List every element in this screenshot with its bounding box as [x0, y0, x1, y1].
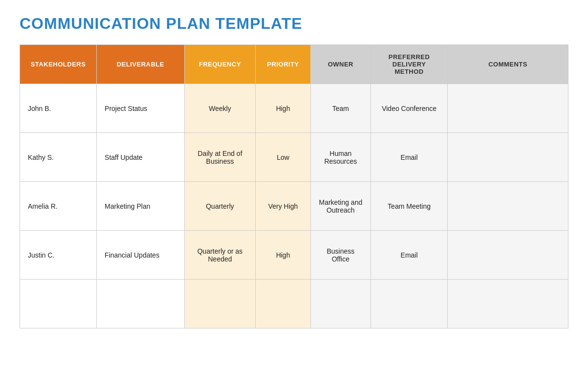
cell-stakeholder: Amelia R. — [20, 182, 97, 231]
cell-comments — [448, 84, 568, 133]
header-stakeholders: STAKEHOLDERS — [20, 45, 97, 84]
cell-delivery: Video Conference — [371, 84, 448, 133]
cell-owner: Team — [310, 84, 370, 133]
cell-deliverable: Staff Update — [97, 133, 185, 182]
cell-frequency: Daily at End of Business — [184, 133, 256, 182]
cell-stakeholder — [20, 280, 97, 328]
cell-frequency: Weekly — [184, 84, 256, 133]
cell-comments — [448, 133, 568, 182]
header-priority: PRIORITY — [256, 45, 310, 84]
cell-priority: High — [256, 84, 310, 133]
cell-delivery: Email — [371, 231, 448, 280]
cell-delivery: Email — [371, 133, 448, 182]
header-delivery: PREFERRED DELIVERY METHOD — [371, 45, 448, 84]
header-frequency: FREQUENCY — [184, 45, 256, 84]
table-row — [20, 280, 568, 328]
cell-comments — [448, 231, 568, 280]
cell-priority: Very High — [256, 182, 310, 231]
cell-owner — [310, 280, 370, 328]
communication-plan-table: STAKEHOLDERS DELIVERABLE FREQUENCY PRIOR… — [20, 44, 568, 328]
table-row: Amelia R.Marketing PlanQuarterlyVery Hig… — [20, 182, 568, 231]
cell-stakeholder: John B. — [20, 84, 97, 133]
cell-stakeholder: Kathy S. — [20, 133, 97, 182]
header-deliverable: DELIVERABLE — [97, 45, 185, 84]
table-row: John B.Project StatusWeeklyHighTeamVideo… — [20, 84, 568, 133]
table-row: Kathy S.Staff UpdateDaily at End of Busi… — [20, 133, 568, 182]
cell-frequency — [184, 280, 256, 328]
header-row: STAKEHOLDERS DELIVERABLE FREQUENCY PRIOR… — [20, 45, 568, 84]
cell-owner: Marketing and Outreach — [310, 182, 370, 231]
cell-priority: Low — [256, 133, 310, 182]
cell-frequency: Quarterly or as Needed — [184, 231, 256, 280]
cell-delivery: Team Meeting — [371, 182, 448, 231]
page-title: COMMUNICATION PLAN TEMPLATE — [20, 15, 568, 33]
cell-stakeholder: Justin C. — [20, 231, 97, 280]
cell-owner: Business Office — [310, 231, 370, 280]
cell-priority: High — [256, 231, 310, 280]
table-row: Justin C.Financial UpdatesQuarterly or a… — [20, 231, 568, 280]
cell-frequency: Quarterly — [184, 182, 256, 231]
header-comments: COMMENTS — [448, 45, 568, 84]
cell-comments — [448, 280, 568, 328]
cell-deliverable: Marketing Plan — [97, 182, 185, 231]
cell-deliverable — [97, 280, 185, 328]
cell-priority — [256, 280, 310, 328]
header-owner: OWNER — [310, 45, 370, 84]
cell-delivery — [371, 280, 448, 328]
cell-deliverable: Financial Updates — [97, 231, 185, 280]
cell-deliverable: Project Status — [97, 84, 185, 133]
cell-comments — [448, 182, 568, 231]
cell-owner: Human Resources — [310, 133, 370, 182]
